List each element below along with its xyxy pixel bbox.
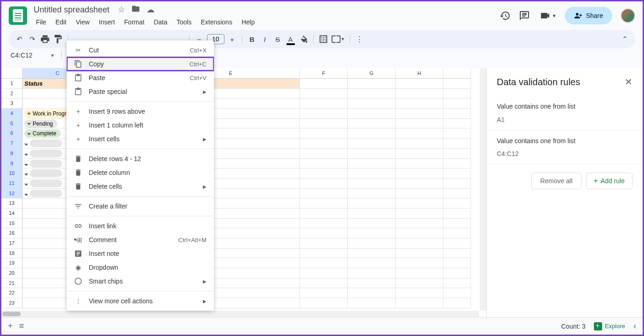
ctx-copy[interactable]: Copy Ctrl+C bbox=[67, 57, 214, 71]
cell-H3[interactable] bbox=[396, 98, 443, 109]
menu-help[interactable]: Help bbox=[237, 17, 259, 28]
row-header-16[interactable]: 16 bbox=[1, 228, 23, 238]
more-toolbar-icon[interactable]: ⋮ bbox=[355, 34, 365, 44]
cell-F10[interactable] bbox=[300, 168, 348, 179]
cell-I8[interactable] bbox=[443, 149, 471, 159]
ctx-more[interactable]: ⋮ View more cell actions ▶ bbox=[67, 294, 214, 308]
cell-H11[interactable] bbox=[396, 179, 443, 189]
close-icon[interactable]: ✕ bbox=[625, 76, 632, 87]
cell-H7[interactable] bbox=[396, 139, 443, 149]
print-icon[interactable] bbox=[40, 34, 50, 44]
cell-F21[interactable] bbox=[300, 278, 348, 289]
add-sheet-icon[interactable]: + bbox=[8, 321, 13, 331]
cell-G21[interactable] bbox=[348, 278, 396, 289]
vertical-scrollbar[interactable] bbox=[480, 68, 486, 311]
cell-F11[interactable] bbox=[300, 179, 348, 189]
cell-I20[interactable] bbox=[443, 268, 471, 278]
cell-I2[interactable] bbox=[443, 89, 471, 99]
cell-G20[interactable] bbox=[348, 268, 396, 278]
cell-I11[interactable] bbox=[443, 179, 471, 189]
explore-button[interactable]: Explore bbox=[594, 322, 625, 330]
cell-I7[interactable] bbox=[443, 139, 471, 149]
ctx-insert-rows[interactable]: + Insert 9 rows above bbox=[67, 104, 214, 118]
cell-H13[interactable] bbox=[396, 198, 443, 209]
cell-I5[interactable] bbox=[443, 119, 471, 129]
row-header-11[interactable]: 11 bbox=[1, 179, 23, 189]
row-header-14[interactable]: 14 bbox=[1, 209, 23, 219]
cell-G6[interactable] bbox=[348, 128, 396, 139]
cell-G11[interactable] bbox=[348, 179, 396, 189]
ctx-delete-column[interactable]: Delete column bbox=[67, 166, 214, 180]
row-header-1[interactable]: 1 bbox=[1, 79, 23, 89]
ctx-paste-special[interactable]: Paste special ▶ bbox=[67, 85, 214, 98]
cell-H5[interactable] bbox=[396, 119, 443, 129]
cell-H15[interactable] bbox=[396, 219, 443, 229]
cell-I1[interactable] bbox=[443, 79, 471, 89]
ctx-insert-column[interactable]: + Insert 1 column left bbox=[67, 118, 214, 132]
redo-icon[interactable]: ↷ bbox=[27, 34, 37, 44]
borders-icon[interactable] bbox=[318, 34, 328, 44]
cell-H23[interactable] bbox=[396, 298, 443, 308]
cell-G9[interactable] bbox=[348, 159, 396, 169]
row-header-3[interactable]: 3 bbox=[1, 98, 23, 109]
all-sheets-icon[interactable]: ≡ bbox=[19, 321, 24, 331]
row-header-17[interactable]: 17 bbox=[1, 238, 23, 249]
menu-tools[interactable]: Tools bbox=[172, 17, 196, 28]
cell-F14[interactable] bbox=[300, 209, 348, 219]
col-header-g[interactable]: G bbox=[348, 68, 396, 79]
italic-icon[interactable]: I bbox=[260, 34, 270, 44]
cell-G18[interactable] bbox=[348, 249, 396, 259]
fill-color-icon[interactable] bbox=[299, 34, 309, 44]
row-header-19[interactable]: 19 bbox=[1, 258, 23, 268]
cell-I12[interactable] bbox=[443, 189, 471, 199]
cell-F15[interactable] bbox=[300, 219, 348, 229]
name-box-input[interactable] bbox=[9, 51, 46, 60]
collapse-toolbar-icon[interactable]: ⌃ bbox=[620, 34, 630, 44]
share-button[interactable]: Share bbox=[565, 7, 612, 24]
comment-icon[interactable] bbox=[519, 10, 530, 21]
cell-G3[interactable] bbox=[348, 98, 396, 109]
cell-G14[interactable] bbox=[348, 209, 396, 219]
remove-all-button[interactable]: Remove all bbox=[531, 173, 581, 189]
cell-I14[interactable] bbox=[443, 209, 471, 219]
meet-icon[interactable]: ▼ bbox=[538, 10, 557, 21]
add-rule-button[interactable]: +Add rule bbox=[586, 173, 633, 189]
cell-F2[interactable] bbox=[300, 89, 348, 99]
row-header-9[interactable]: 9 bbox=[1, 159, 23, 169]
bold-icon[interactable]: B bbox=[247, 34, 257, 44]
cell-H10[interactable] bbox=[396, 168, 443, 179]
cell-H9[interactable] bbox=[396, 159, 443, 169]
cell-H17[interactable] bbox=[396, 238, 443, 249]
menu-view[interactable]: View bbox=[72, 17, 94, 28]
cell-F6[interactable] bbox=[300, 128, 348, 139]
ctx-cut[interactable]: ✂ Cut Ctrl+X bbox=[67, 43, 214, 57]
ctx-smart-chips[interactable]: Smart chips ▶ bbox=[67, 274, 214, 288]
row-header-12[interactable]: 12 bbox=[1, 189, 23, 199]
validation-rule-1[interactable]: Value contains one from list A1 bbox=[487, 96, 643, 130]
sheets-logo[interactable] bbox=[9, 6, 27, 25]
col-header-h[interactable]: H bbox=[396, 68, 443, 79]
paintformat-icon[interactable] bbox=[53, 34, 63, 44]
row-header-23[interactable]: 23 bbox=[1, 298, 23, 308]
row-header-22[interactable]: 22 bbox=[1, 288, 23, 298]
cell-F9[interactable] bbox=[300, 159, 348, 169]
doc-title[interactable]: Untitled spreadsheet bbox=[32, 4, 111, 16]
star-icon[interactable]: ☆ bbox=[118, 5, 125, 15]
cell-F22[interactable] bbox=[300, 288, 348, 298]
row-header-4[interactable]: 4 bbox=[1, 109, 23, 119]
cell-I16[interactable] bbox=[443, 228, 471, 238]
side-panel-toggle[interactable]: ‹ bbox=[633, 321, 636, 331]
cell-F18[interactable] bbox=[300, 249, 348, 259]
row-header-15[interactable]: 15 bbox=[1, 219, 23, 229]
ctx-dropdown[interactable]: ◉ Dropdown bbox=[67, 261, 214, 274]
cell-I22[interactable] bbox=[443, 288, 471, 298]
cell-I6[interactable] bbox=[443, 128, 471, 139]
menu-data[interactable]: Data bbox=[150, 17, 172, 28]
cell-H4[interactable] bbox=[396, 109, 443, 119]
cloud-icon[interactable]: ☁ bbox=[146, 5, 155, 15]
cell-H19[interactable] bbox=[396, 258, 443, 268]
cell-H18[interactable] bbox=[396, 249, 443, 259]
menu-format[interactable]: Format bbox=[120, 17, 149, 28]
col-header-i[interactable] bbox=[443, 68, 471, 79]
cell-G2[interactable] bbox=[348, 89, 396, 99]
